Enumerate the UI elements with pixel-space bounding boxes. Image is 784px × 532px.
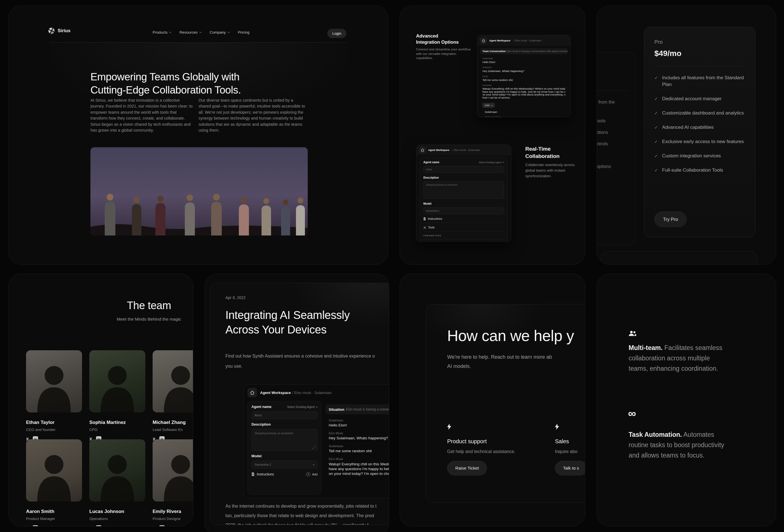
linkedin-icon[interactable]: in [33, 525, 38, 526]
lightning-icon [555, 424, 559, 430]
team-title: The team [104, 300, 193, 312]
linkedin-icon[interactable]: in [159, 525, 165, 526]
help-panel: How can we help y We're here to help. Re… [399, 274, 585, 526]
nav-item-resources[interactable]: Resources [179, 30, 201, 34]
try-pro-button[interactable]: Try Pro [654, 212, 687, 227]
talk-to-sales-button[interactable]: Talk to s [555, 461, 585, 475]
breadcrumb-path: / Elon musk - Sulaimaan [453, 149, 480, 151]
member-photo [89, 439, 145, 502]
sirius-logo-icon [48, 27, 55, 34]
hero-panel: Sirius Products Resources Company Pricin… [8, 6, 388, 264]
member-name: Michael Zhang [152, 420, 193, 425]
nav-item-pricing[interactable]: Pricing [238, 30, 250, 34]
check-icon: ✓ [654, 152, 658, 159]
pro-plan-card: Pro $49/mo ✓Includes all features from t… [644, 27, 755, 237]
member-photo [26, 350, 82, 413]
composer-author: Sulaimaan [485, 110, 570, 113]
member-role: CPO [89, 427, 145, 432]
team-grid: Ethan Taylor CEO and founder Xin Sophia … [26, 350, 193, 526]
nav-item-company[interactable]: Company [210, 30, 230, 34]
check-icon: ✓ [654, 167, 658, 174]
message-text: Hey Sulaimaan, Whats happening? [482, 69, 565, 73]
home-icon[interactable] [480, 37, 487, 44]
message-author: Sulaimaan [329, 419, 389, 422]
workspace-header: Agent Workspace / Elon musk - Sulaimaan [416, 145, 511, 156]
integrations-panel: Advanced Integration Options Connect and… [399, 6, 585, 264]
people-icon [628, 331, 637, 337]
sales-desc: Inquire abo [555, 449, 585, 454]
agent-name-input[interactable]: Alora [251, 411, 317, 419]
instructions-row[interactable]: Instructions [423, 217, 504, 223]
feature-row: ✓Advanced AI capabilities [654, 124, 745, 131]
divider [654, 66, 745, 66]
document-icon [423, 217, 426, 220]
tools-row[interactable]: Tools [423, 226, 504, 231]
task-automation-text: Task Automation. Automates routine tasks… [628, 429, 763, 460]
x-social-icon[interactable]: X [89, 526, 92, 526]
message-text: Hey Sulaimaan, Whats happening? [329, 436, 389, 440]
sales-title: Sales [555, 438, 585, 445]
model-label: Model [251, 454, 317, 458]
team-member: Ethan Taylor CEO and founder Xin [26, 350, 82, 439]
agent-name-input[interactable]: Alora [423, 166, 504, 173]
multi-team-text: Multi-team. Facilitates seamless collabo… [628, 343, 763, 374]
role-selector-dropdown[interactable]: User [482, 103, 495, 108]
select-existing-agent[interactable]: Select Existing Agent [287, 405, 317, 409]
login-button[interactable]: Login [327, 29, 346, 38]
agent-name-label: Agent name [251, 405, 272, 409]
chat-messages: SulaimaanHello Elon! AssistantHey Sulaim… [482, 57, 565, 99]
description-textarea[interactable]: Sleeping beauty ai assistant. [423, 181, 504, 199]
support-desc: Get help and technical assistance. [447, 449, 515, 454]
member-name: Aaron Smith [26, 509, 82, 514]
member-photo [26, 439, 82, 502]
home-icon[interactable] [419, 147, 426, 153]
message-author: Assistant [482, 84, 565, 86]
home-icon[interactable] [248, 388, 257, 397]
breadcrumb: Agent Workspace [489, 39, 510, 42]
model-input[interactable]: Samantha-1 [423, 207, 504, 214]
feature-row: ✓Exclusive early access to new features [654, 138, 745, 145]
raise-ticket-button[interactable]: Raise Ticket [447, 461, 487, 475]
blog-date: Apr 8, 2022 [225, 296, 246, 300]
chevron-down-icon [199, 30, 202, 33]
description-textarea[interactable]: Sleeping beauty ai assistant. [251, 429, 317, 451]
check-icon: ✓ [654, 124, 658, 131]
sales-block: Sales Inquire abo Talk to s [555, 424, 585, 475]
brand[interactable]: Sirius [48, 27, 71, 34]
plan-price: $49/mo [654, 49, 745, 58]
parameters-label: PARAMETERS [423, 234, 504, 240]
main-nav: Products Resources Company Pricing [152, 30, 250, 34]
breadcrumb: Agent Workspace [428, 149, 449, 151]
check-icon: ✓ [654, 75, 658, 88]
plan-name: Pro [654, 39, 745, 45]
blog-card[interactable]: Apr 8, 2022 Integrating AI Seamlessly Ac… [210, 283, 389, 525]
nav-item-products[interactable]: Products [152, 30, 171, 34]
check-icon: ✓ [654, 95, 658, 102]
bento-board: Sirius Products Resources Company Pricin… [0, 0, 784, 532]
message-text: Hello Elon! [329, 423, 389, 427]
chevron-down-icon [316, 405, 318, 408]
linkedin-icon[interactable]: in [96, 525, 101, 526]
member-role: CEO and founder [26, 427, 82, 432]
member-role: Product Manager [26, 516, 82, 521]
feature-fragment: from the [598, 100, 615, 105]
add-instruction-button[interactable]: +Add [306, 472, 317, 476]
chevron-down-icon [227, 30, 230, 33]
select-existing-agent[interactable]: Select Existing Agent [479, 161, 504, 164]
integration-title: Advanced Integration Options [416, 33, 459, 45]
x-social-icon[interactable]: X [26, 526, 29, 526]
breadcrumb-path: / Elon musk - Sulaimaan [514, 39, 541, 42]
x-social-icon[interactable]: X [152, 526, 156, 526]
member-name: Lucas Johnson [89, 509, 145, 514]
instructions-row[interactable]: Instructions [251, 472, 274, 476]
blog-intro: Find out how Synth Assistant ensures a c… [225, 351, 375, 371]
expand-icon[interactable] [312, 446, 315, 449]
collab-desc: Collaborate seamlessly across global tea… [525, 162, 581, 179]
divider [597, 90, 627, 91]
model-select[interactable]: Samantha-1 [251, 460, 317, 469]
blog-panel: Apr 8, 2022 Integrating AI Seamlessly Ac… [205, 274, 389, 532]
composer-input[interactable]: Write text here ... [485, 116, 570, 117]
features-panel: Multi-team. Facilitates seamless collabo… [597, 274, 776, 526]
feature-row: ✓Full-suite Collaboration Tools [654, 167, 745, 174]
hero-headline: Empowering Teams Globally with Cutting-E… [90, 70, 241, 96]
